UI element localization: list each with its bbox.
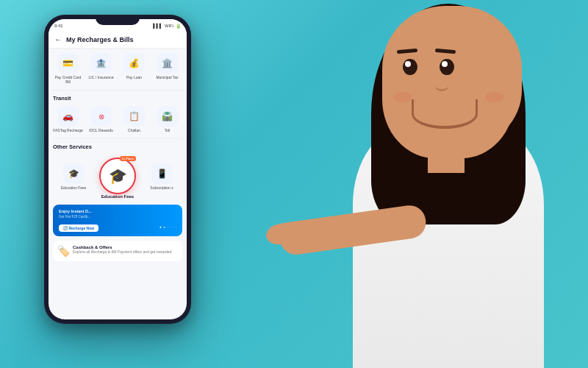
list-item[interactable]: 🚗 FASTag Recharge [53, 106, 83, 132]
cashback-desc: Explore all Recharge & Bill Payment offe… [73, 250, 171, 255]
carousel-dot: ○ [174, 224, 176, 229]
promo-subtitle: Get Flat ₹25 Cashb... [59, 215, 176, 219]
list-item[interactable]: 📱 Subscription s [141, 163, 182, 199]
carousel-dot: ○ [167, 224, 169, 229]
item-label: Challan [128, 128, 140, 132]
payments-grid: 💳 Pay Credit Card Bill 🏦 LIC / Insurance… [53, 53, 182, 84]
carousel-dot-active: ● [159, 224, 162, 229]
spotlight-label: Education Fees [101, 194, 134, 199]
iocl-icon: ⊗ [91, 106, 112, 127]
list-item[interactable]: 💰 Pay Loan [119, 53, 149, 84]
item-label: Education Fees [61, 185, 87, 190]
list-item[interactable]: 📋 Challan [119, 106, 149, 132]
carousel-dot: ○ [171, 224, 173, 229]
page-title: My Recharges & Bills [66, 36, 134, 43]
promo-title: Enjoy Instant D... [59, 209, 176, 215]
transit-grid: 🚗 FASTag Recharge ⊗ IOCL Rewards 📋 Chall… [53, 106, 182, 132]
phone: 9:41 ▌▌▌ WiFi 🔋 ← My Recharges & Bills 💳… [44, 15, 191, 324]
list-item[interactable]: 🎓 Education Fees [53, 163, 94, 199]
promo-banner[interactable]: Enjoy Instant D... Get Flat ₹25 Cashb...… [53, 205, 182, 236]
spotlight-badge: 2+ Plans [120, 156, 136, 161]
signal-icon: ▌▌▌ [153, 24, 162, 28]
loan-icon: 💰 [124, 53, 145, 74]
item-label: Toll [165, 128, 171, 132]
time: 9:41 [54, 24, 63, 28]
spotlight-graduation-icon: 🎓 [109, 167, 127, 185]
item-label: IOCL Rewards [89, 128, 113, 132]
subscriptions-icon: 📱 [151, 163, 172, 184]
divider [53, 90, 182, 91]
cashback-icon: 🏷️ [57, 245, 70, 257]
person-figure [235, 0, 573, 368]
battery-icon: 🔋 [176, 24, 181, 29]
content-area[interactable]: 💳 Pay Credit Card Bill 🏦 LIC / Insurance… [49, 49, 187, 312]
other-services-grid: 🎓 Education Fees 2+ Plans 🎓 Education Fe… [53, 155, 182, 199]
phone-notch [96, 15, 140, 25]
toll-icon: 🛣️ [157, 106, 178, 127]
app-header: ← My Recharges & Bills [49, 32, 187, 49]
transit-section-title: Transit [53, 95, 182, 102]
phone-screen: 9:41 ▌▌▌ WiFi 🔋 ← My Recharges & Bills 💳… [49, 19, 187, 319]
list-item[interactable]: 🛣️ Toll [152, 106, 182, 132]
other-services-title: Other Services [53, 144, 182, 150]
insurance-icon: 🏦 [91, 53, 112, 74]
item-label: Subscription s [150, 185, 173, 190]
recharge-button[interactable]: 🔄 Recharge Now [59, 224, 98, 232]
divider-2 [53, 138, 182, 139]
cashback-section[interactable]: 🏷️ Cashback & Offers Explore all Recharg… [53, 241, 182, 261]
face [382, 11, 514, 158]
credit-card-icon: 💳 [58, 53, 79, 74]
challan-icon: 📋 [124, 106, 145, 127]
fastag-icon: 🚗 [58, 106, 79, 127]
item-label: FASTag Recharge [53, 128, 83, 132]
phone-wrapper: 9:41 ▌▌▌ WiFi 🔋 ← My Recharges & Bills 💳… [44, 15, 191, 324]
back-button[interactable]: ← [54, 35, 62, 43]
wifi-icon: WiFi [165, 24, 173, 28]
list-item[interactable]: 💳 Pay Credit Card Bill [53, 53, 83, 84]
education-spotlight[interactable]: 2+ Plans 🎓 Education Fees [97, 163, 138, 199]
tax-icon: 🏛️ [157, 53, 178, 74]
education-fees-icon: 🎓 [63, 163, 84, 184]
carousel-dot: ● [163, 224, 165, 229]
item-label: Municipal Tax [156, 75, 178, 79]
cashback-text: Cashback & Offers Explore all Recharge &… [73, 245, 171, 255]
spotlight-circle: 2+ Plans 🎓 [99, 158, 136, 194]
list-item[interactable]: 🏦 LIC / Insurance [86, 53, 116, 84]
list-item[interactable]: ⊗ IOCL Rewards [86, 106, 116, 132]
item-label: Pay Loan [126, 75, 142, 79]
item-label: LIC / Insurance [89, 75, 114, 79]
item-label: Pay Credit Card Bill [53, 75, 83, 84]
list-item[interactable]: 🏛️ Municipal Tax [152, 53, 182, 84]
